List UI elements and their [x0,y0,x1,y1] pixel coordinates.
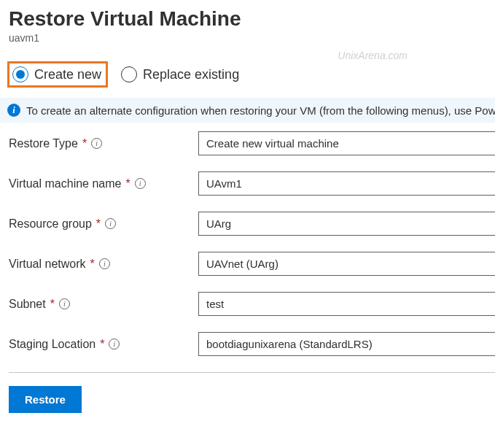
info-icon[interactable]: i [91,138,102,149]
input-restore-type[interactable] [198,131,495,155]
radio-icon [12,66,28,82]
info-icon[interactable]: i [105,218,116,229]
label-restore-type: Restore Type [9,137,78,150]
input-resource-group[interactable] [198,212,495,236]
required-asterisk: * [82,137,87,150]
row-vm-name: Virtual machine name * i [9,171,495,196]
page-title: Restore Virtual Machine [0,0,495,31]
radio-label: Replace existing [143,67,239,82]
info-icon[interactable]: i [99,258,110,269]
highlight-box: Create new [7,61,108,88]
label-subnet: Subnet [9,298,46,311]
row-subnet: Subnet * i [9,292,495,316]
required-asterisk: * [96,217,101,231]
watermark: UnixArena.com [338,50,408,61]
label-resource-group: Resource group [9,217,92,231]
divider [9,372,495,373]
info-icon[interactable]: i [135,178,146,189]
label-wrap: Subnet * i [9,298,198,311]
form-section: Restore Type * i Virtual machine name * … [0,123,495,356]
info-icon[interactable]: i [59,298,70,309]
radio-replace-existing[interactable]: Replace existing [121,66,239,82]
restore-mode-radio-group: Create new Replace existing [0,44,495,98]
row-resource-group: Resource group * i [9,212,495,236]
input-staging-location[interactable] [198,332,495,356]
input-subnet[interactable] [198,292,495,316]
label-virtual-network: Virtual network [9,258,86,271]
input-vm-name[interactable] [198,171,495,196]
info-bar: i To create an alternate configuration w… [0,98,495,123]
info-bar-text: To create an alternate configuration whe… [26,104,495,117]
row-staging-location: Staging Location * i [9,332,495,356]
label-staging-location: Staging Location [9,338,96,351]
row-virtual-network: Virtual network * i [9,252,495,276]
label-wrap: Staging Location * i [9,338,198,351]
label-wrap: Virtual network * i [9,258,198,271]
radio-label: Create new [34,67,101,82]
input-virtual-network[interactable] [198,252,495,276]
label-vm-name: Virtual machine name [9,177,121,190]
radio-icon [121,66,137,82]
label-wrap: Resource group * i [9,217,198,231]
info-icon[interactable]: i [109,339,120,349]
restore-button[interactable]: Restore [9,386,82,413]
page-subtitle: uavm1 [0,31,495,44]
required-asterisk: * [90,258,95,271]
label-wrap: Virtual machine name * i [9,177,198,190]
info-icon: i [7,104,20,117]
radio-create-new[interactable]: Create new [12,66,101,82]
required-asterisk: * [125,177,130,190]
required-asterisk: * [100,338,104,351]
required-asterisk: * [50,298,55,311]
label-wrap: Restore Type * i [9,137,198,150]
row-restore-type: Restore Type * i [9,131,495,155]
